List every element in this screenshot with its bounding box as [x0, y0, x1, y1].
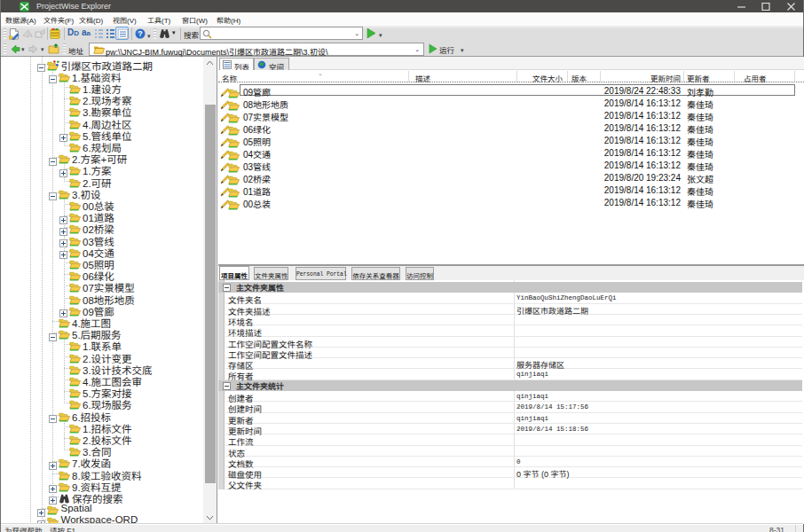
svg-text:?: ?	[138, 29, 142, 38]
